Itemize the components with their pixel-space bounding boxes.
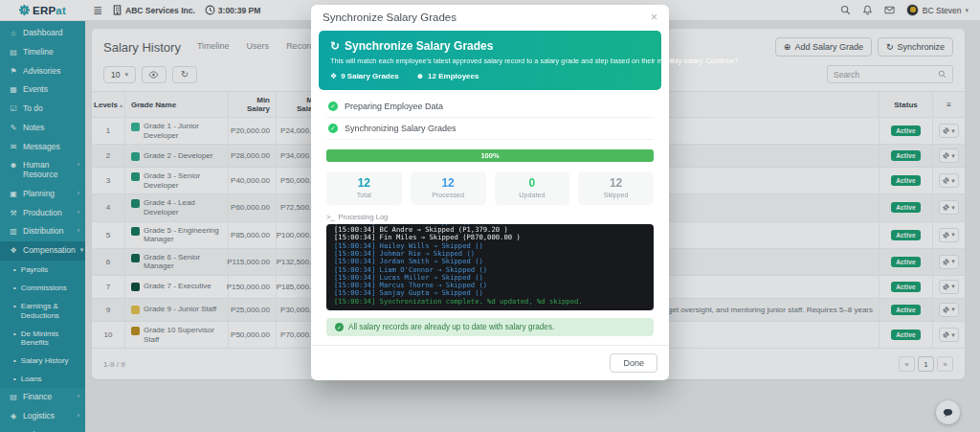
- banner-badges: ❖ 9 Salary Grades ☻ 12 Employees: [330, 72, 650, 80]
- stat-value: 12: [326, 176, 402, 190]
- badge-label: 12 Employees: [428, 72, 479, 80]
- close-icon[interactable]: ×: [651, 11, 657, 23]
- modal-title: Synchronize Salary Grades: [323, 11, 457, 23]
- check-circle-icon: ✓: [328, 102, 338, 111]
- step-label: Preparing Employee Data: [345, 102, 443, 111]
- banner-badge: ❖ 9 Salary Grades: [330, 72, 399, 80]
- stat-card: 12 Total: [326, 171, 402, 205]
- badge-icon: ❖: [330, 72, 337, 80]
- badge-icon: ☻: [416, 72, 424, 80]
- sync-icon: ↻: [330, 39, 340, 53]
- stat-card: 12 Processed: [411, 171, 486, 205]
- step-item: ✓ Preparing Employee Data: [326, 96, 654, 118]
- done-button[interactable]: Done: [610, 353, 657, 373]
- terminal-prompt-icon: >_: [326, 213, 335, 221]
- badge-label: 9 Salary Grades: [341, 72, 398, 80]
- processing-log-title: >_ Processing Log: [326, 213, 654, 221]
- progress-bar: 100%: [326, 149, 654, 162]
- banner-description: This will match each employee's latest a…: [330, 57, 650, 65]
- stat-value: 12: [578, 176, 654, 190]
- stat-value: 0: [495, 176, 570, 190]
- banner-badge: ☻ 12 Employees: [416, 72, 479, 80]
- check-circle-icon: ✓: [335, 323, 344, 331]
- step-item: ✓ Synchronizing Salary Grades: [326, 118, 654, 140]
- stat-card: 0 Updated: [495, 171, 570, 205]
- stat-cards: 12 Total 12 Processed 0 Updated 12 Skipp…: [326, 171, 654, 205]
- stat-label: Processed: [411, 191, 486, 199]
- step-label: Synchronizing Salary Grades: [345, 124, 457, 133]
- stat-card: 12 Skipped: [578, 171, 654, 205]
- step-list: ✓ Preparing Employee Data ✓ Synchronizin…: [326, 96, 654, 140]
- stat-label: Updated: [495, 191, 570, 199]
- banner-title-text: Synchronize Salary Grades: [345, 39, 493, 53]
- stat-label: Skipped: [578, 191, 654, 199]
- modal-banner: ↻ Synchronize Salary Grades This will ma…: [319, 31, 661, 90]
- log-line: [15:00:34] Synchronization complete. %d …: [334, 298, 646, 306]
- check-circle-icon: ✓: [328, 124, 338, 133]
- synchronize-modal: Synchronize Salary Grades × ↻ Synchroniz…: [311, 5, 669, 380]
- processing-log-terminal[interactable]: [15:00:34] BC Jerick → Skipped ()[15:00:…: [326, 224, 654, 310]
- stat-label: Total: [326, 191, 402, 199]
- success-alert: ✓ All salary records are already up to d…: [326, 318, 654, 336]
- stat-value: 12: [411, 176, 486, 190]
